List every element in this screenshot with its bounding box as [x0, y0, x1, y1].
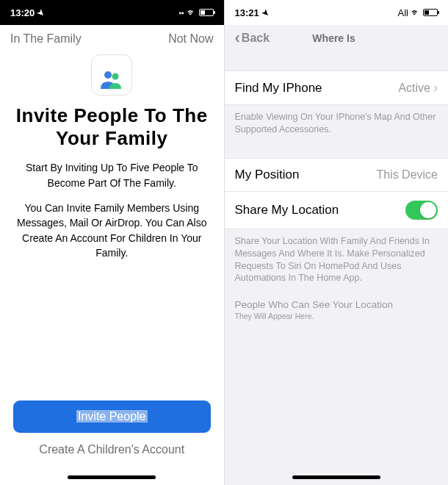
- location-arrow-icon: ➤: [259, 7, 271, 18]
- create-child-account-button[interactable]: Create A Children's Account: [13, 433, 211, 462]
- my-position-row[interactable]: My Position This Device: [225, 158, 449, 192]
- nav-bar: ‹ Back Where Is: [225, 25, 449, 51]
- cellular-icon: ▪▪: [178, 9, 184, 17]
- intro-paragraph-2: You Can Invite Family Members Using Mess…: [0, 190, 224, 260]
- battery-icon: [199, 9, 214, 16]
- family-invite-screen: 13:20 ➤ ▪▪ ᯤ In The Family Not Now Invit…: [0, 0, 225, 485]
- nav-title: Where Is: [270, 32, 398, 44]
- row-value: Active: [398, 82, 430, 95]
- share-location-footer: Share Your Location With Family And Frie…: [225, 229, 449, 292]
- find-my-settings-screen: 13:21 ➤ All ᯤ ‹ Back Where Is Find My IP…: [225, 0, 449, 485]
- svg-point-1: [112, 73, 119, 80]
- find-my-iphone-row[interactable]: Find My IPhone Active ›: [225, 71, 449, 105]
- row-label: Find My IPhone: [235, 81, 322, 96]
- page-title: Invite People To The Your Family: [0, 98, 224, 150]
- row-label: My Position: [235, 168, 300, 182]
- find-my-iphone-footer: Enable Viewing On Your IPhone's Map And …: [225, 105, 449, 143]
- status-bar: 13:21 ➤ All ᯤ: [225, 0, 449, 25]
- status-time: 13:21: [235, 7, 259, 18]
- status-time: 13:20: [10, 7, 35, 18]
- location-arrow-icon: ➤: [35, 7, 47, 18]
- status-indicators: ▪▪ ᯤ: [178, 7, 213, 18]
- people-section-sub: They Will Appear Here.: [225, 312, 449, 328]
- breadcrumb: In The Family: [10, 32, 82, 46]
- family-icon: [91, 54, 132, 96]
- intro-paragraph-1: Start By Inviting Up To Five People To B…: [0, 150, 224, 190]
- not-now-button[interactable]: Not Now: [168, 32, 213, 46]
- row-value: This Device: [376, 168, 438, 182]
- people-section-header: People Who Can See Your Location: [225, 292, 449, 312]
- share-my-location-row: Share My Location: [225, 192, 449, 229]
- home-indicator[interactable]: [68, 475, 156, 479]
- row-label: Share My Location: [235, 203, 339, 218]
- back-button[interactable]: ‹ Back: [235, 32, 270, 45]
- invite-people-button[interactable]: Invite People: [13, 400, 211, 433]
- sheet-header: In The Family Not Now: [0, 25, 224, 50]
- chevron-right-icon: ›: [433, 80, 438, 96]
- status-indicators: All ᯤ: [398, 7, 438, 18]
- share-location-toggle[interactable]: [405, 201, 438, 220]
- home-indicator[interactable]: [292, 475, 380, 479]
- svg-point-0: [104, 71, 112, 79]
- status-right-text: All: [398, 7, 408, 18]
- wifi-icon: ᯤ: [411, 7, 420, 18]
- wifi-icon: ᯤ: [187, 7, 196, 18]
- status-bar: 13:20 ➤ ▪▪ ᯤ: [0, 0, 224, 25]
- battery-icon: [423, 9, 438, 16]
